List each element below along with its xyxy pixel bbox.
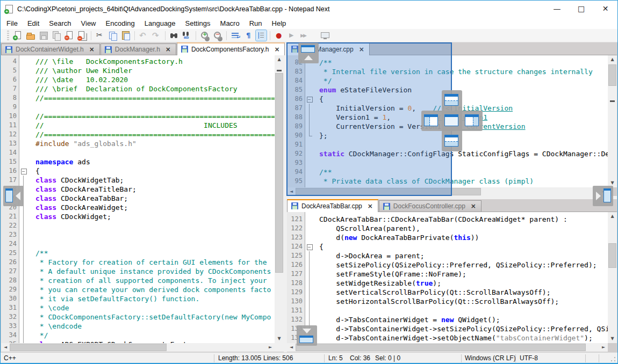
code-line[interactable]: 5/// \author Uwe Kindler xyxy=(1,66,275,75)
code-line[interactable]: 24 xyxy=(1,239,275,249)
horizontal-scrollbar[interactable]: ◄ ► xyxy=(287,343,608,352)
replace-icon[interactable] xyxy=(182,30,192,41)
code-line[interactable]: 19class CDockAreaTabBar; xyxy=(1,194,275,203)
word-wrap-icon[interactable] xyxy=(230,30,241,41)
maximize-button[interactable]: □ xyxy=(569,1,593,18)
code-line[interactable]: 6/// \date 10.02.2020 xyxy=(1,75,275,84)
scroll-right-icon[interactable]: ► xyxy=(599,343,608,352)
menu-encoding[interactable]: Encoding xyxy=(101,18,140,28)
container-dock-left-indicator[interactable] xyxy=(3,186,24,206)
dock-center-indicator-icon[interactable] xyxy=(444,114,458,126)
code-line[interactable]: 134 d->TabsContainerWidget->setObjectNam… xyxy=(287,333,608,343)
menu-settings[interactable]: Settings xyxy=(181,18,215,28)
code-line[interactable]: 33 * \endcode xyxy=(1,322,275,331)
tab-close-icon[interactable]: × xyxy=(88,46,96,53)
new-file-icon[interactable] xyxy=(12,30,23,41)
scroll-up-icon[interactable]: ▲ xyxy=(608,212,617,221)
scroll-left-icon[interactable]: ◄ xyxy=(1,343,10,352)
zoom-out-icon[interactable] xyxy=(212,30,223,41)
tab-DockAreaTabBar.cpp[interactable]: DockAreaTabBar.cpp× xyxy=(287,199,378,212)
tab-DockManager.h[interactable]: DockManager.h× xyxy=(100,43,176,55)
code-line[interactable]: 7/// \brief Declaration of DockComponent… xyxy=(1,84,275,93)
dock-right-indicator-icon[interactable] xyxy=(465,114,479,126)
horizontal-scrollbar[interactable]: ◄ ► xyxy=(1,343,275,352)
code-line[interactable]: 15namespace ads xyxy=(1,157,275,166)
menu-file[interactable]: File xyxy=(2,18,23,28)
code-line[interactable]: 29 * you can create your own derived doc… xyxy=(1,285,275,294)
code-line[interactable]: 21class CDockWidget; xyxy=(1,212,275,221)
open-file-icon[interactable] xyxy=(25,30,36,41)
code-line[interactable]: 27 * A default unique instance provided … xyxy=(1,267,275,276)
tab-close-icon[interactable]: × xyxy=(367,203,374,209)
vertical-scrollbar[interactable]: ▲ ▼ xyxy=(275,55,284,343)
code-line[interactable]: 13#include "ads_globals.h" xyxy=(1,139,275,148)
menu-view[interactable]: View xyxy=(76,18,101,28)
code-line[interactable]: 126 setSizePolicy(QSizePolicy::Preferred… xyxy=(287,260,608,270)
resize-grip[interactable] xyxy=(610,356,616,362)
code-line[interactable]: 125 d->DockArea = parent; xyxy=(287,251,608,260)
scrollbar-thumb[interactable] xyxy=(10,344,167,351)
editor-bottom-right[interactable]: 121CDockAreaTabBar::CDockAreaTabBar(CDoc… xyxy=(287,212,608,343)
minimize-button[interactable]: — xyxy=(545,1,569,18)
code-line[interactable]: 26 * Factory for creation of certain GUI… xyxy=(1,258,275,267)
show-symbols-icon[interactable] xyxy=(243,30,254,41)
scrollbar-thumb[interactable] xyxy=(275,73,283,273)
code-line[interactable]: 23 xyxy=(1,230,275,239)
dock-left-indicator-icon[interactable] xyxy=(424,114,438,126)
dock-top-indicator-icon[interactable] xyxy=(444,94,458,106)
code-line[interactable]: 30 * it via setDefaultFactory() function… xyxy=(1,294,275,303)
scroll-up-icon[interactable]: ▲ xyxy=(608,55,617,64)
tab-DockFocusController.cpp[interactable]: DockFocusController.cpp× xyxy=(379,200,482,212)
code-line[interactable]: 32 * CDockComponentsFactory::setDefaultF… xyxy=(1,312,275,322)
vertical-scrollbar[interactable]: ▲ ▼ xyxy=(608,212,617,343)
code-line[interactable]: 130 setHorizontalScrollBarPolicy(Qt::Scr… xyxy=(287,297,608,306)
code-line[interactable]: 133 d->TabsContainerWidget->setSizePolic… xyxy=(287,324,608,333)
close-button[interactable]: ✕ xyxy=(593,1,617,18)
scrollbar-thumb[interactable] xyxy=(296,344,586,351)
code-line[interactable]: 20class CDockAreaWidget; xyxy=(1,203,275,212)
editor-left[interactable]: 4/// \file DockComponentsFactory.h5/// \… xyxy=(1,55,275,343)
code-line[interactable]: 22 xyxy=(1,221,275,230)
tab-DockContainerWidget.h[interactable]: DockContainerWidget.h× xyxy=(1,43,100,55)
close-file-icon[interactable] xyxy=(64,30,75,41)
code-line[interactable]: 131 xyxy=(287,306,608,315)
code-line[interactable]: 12//====================================… xyxy=(1,130,275,139)
scroll-up-icon[interactable]: ▲ xyxy=(275,55,284,64)
scroll-left-icon[interactable]: ◄ xyxy=(287,343,296,352)
code-line[interactable]: 34 */ xyxy=(1,331,275,340)
menu-edit[interactable]: Edit xyxy=(23,18,44,28)
code-line[interactable]: 9 xyxy=(1,103,275,112)
menu-help[interactable]: Help xyxy=(267,18,291,28)
scrollbar-thumb[interactable] xyxy=(608,64,616,86)
code-line[interactable]: 14 xyxy=(1,148,275,157)
zoom-in-icon[interactable] xyxy=(199,30,210,41)
code-line[interactable]: 122 QScrollArea(parent), xyxy=(287,224,608,233)
menu-language[interactable]: Language xyxy=(140,18,181,28)
record-macro-icon[interactable] xyxy=(274,30,284,41)
scroll-down-icon[interactable]: ▼ xyxy=(275,334,284,343)
scroll-right-icon[interactable]: ► xyxy=(266,343,275,352)
tab-close-icon[interactable]: × xyxy=(273,46,281,53)
container-dock-top-indicator[interactable] xyxy=(298,43,319,63)
code-line[interactable]: 18class CDockAreaTitleBar; xyxy=(1,185,275,194)
tab-close-icon[interactable]: × xyxy=(470,203,477,209)
code-line[interactable]: 16{ xyxy=(1,166,275,176)
paste-icon[interactable] xyxy=(120,30,131,41)
code-line[interactable]: 123 d(new DockAreaTabBarPrivate(this)) xyxy=(287,233,608,242)
code-line[interactable]: 121CDockAreaTabBar::CDockAreaTabBar(CDoc… xyxy=(287,215,608,224)
menu-run[interactable]: Run xyxy=(245,18,267,28)
vertical-scrollbar[interactable]: ▲ ▼ xyxy=(608,55,617,187)
code-line[interactable]: 4/// \file DockComponentsFactory.h xyxy=(1,57,275,66)
code-line[interactable]: 132 d->TabsContainerWidget = new QWidget… xyxy=(287,315,608,324)
code-line[interactable]: 129 setVerticalScrollBarPolicy(Qt::Scrol… xyxy=(287,288,608,297)
tab-DockComponentsFactory.h[interactable]: DockComponentsFactory.h× xyxy=(177,42,285,55)
menu-macro[interactable]: Macro xyxy=(215,18,245,28)
menu-search[interactable]: Search xyxy=(44,18,76,28)
code-line[interactable]: 17class CDockWidgetTab; xyxy=(1,176,275,185)
container-dock-right-indicator[interactable] xyxy=(593,186,613,206)
dock-bottom-indicator-icon[interactable] xyxy=(444,135,458,147)
code-line[interactable]: 11// INCLUDES xyxy=(1,121,275,130)
code-line[interactable]: 124{ xyxy=(287,242,608,251)
fold-collapse-icon[interactable] xyxy=(19,166,27,176)
code-line[interactable]: 8//=====================================… xyxy=(1,93,275,103)
